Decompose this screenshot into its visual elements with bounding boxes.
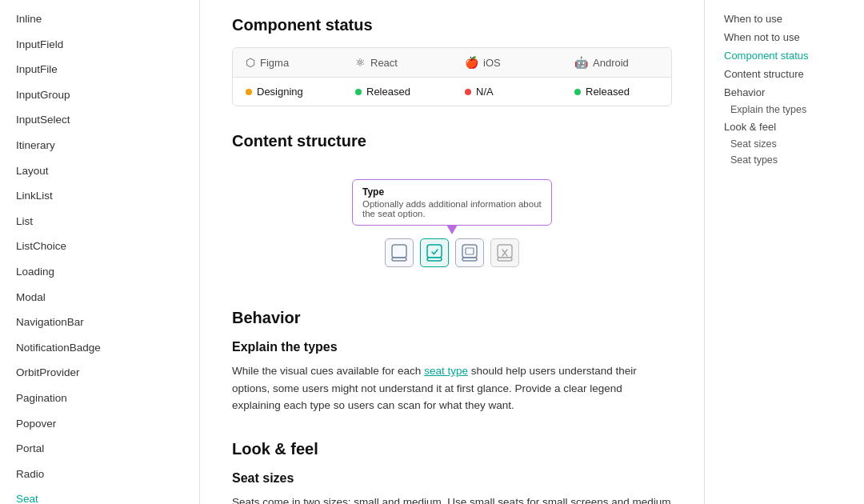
toc-item-explain-the-types[interactable]: Explain the types xyxy=(718,102,851,118)
sidebar-item-inputgroup[interactable]: InputGroup xyxy=(0,82,199,108)
content-structure-section: Content structure Type Optionally adds a… xyxy=(232,132,672,283)
sidebar-item-notificationbadge[interactable]: NotificationBadge xyxy=(0,335,199,361)
status-dot-red xyxy=(465,89,471,95)
toc-item-look-&-feel[interactable]: Look & feel xyxy=(718,118,851,136)
diagram-container: Type Optionally adds additional informat… xyxy=(232,163,672,283)
tooltip-box: Type Optionally adds additional informat… xyxy=(352,179,552,226)
sidebar-item-orbitprovider[interactable]: OrbitProvider xyxy=(0,360,199,386)
status-col-react: ⚛React xyxy=(342,48,452,77)
sidebar-item-radio[interactable]: Radio xyxy=(0,462,199,487)
main-content: Component status ⬡Figma⚛React🍎iOS🤖Androi… xyxy=(200,0,704,504)
svg-rect-8 xyxy=(498,258,512,261)
sidebar-item-itinerary[interactable]: Itinerary xyxy=(0,133,199,158)
explain-types-paragraph: While the visual cues available for each… xyxy=(232,362,672,414)
sidebar-item-list[interactable]: List xyxy=(0,209,199,234)
sidebar-item-layout[interactable]: Layout xyxy=(0,158,199,184)
sidebar-item-linklist[interactable]: LinkList xyxy=(0,183,199,209)
toc-item-when-not-to-use[interactable]: When not to use xyxy=(718,28,851,46)
status-cell-n/a: N/A xyxy=(452,78,562,106)
toc-item-seat-types[interactable]: Seat types xyxy=(718,152,851,168)
toc-item-component-status[interactable]: Component status xyxy=(718,46,851,65)
react-icon: ⚛ xyxy=(355,56,366,69)
status-cell-released: Released xyxy=(562,78,671,106)
status-cell-designing: Designing xyxy=(233,78,342,106)
toc-item-when-to-use[interactable]: When to use xyxy=(718,10,851,28)
sidebar-item-pagination[interactable]: Pagination xyxy=(0,386,199,411)
sidebar-item-navigationbar[interactable]: NavigationBar xyxy=(0,310,199,335)
sidebar-item-inputfile[interactable]: InputFile xyxy=(0,57,199,82)
status-dot-orange xyxy=(246,89,252,95)
component-status-title: Component status xyxy=(232,16,672,34)
behavior-title: Behavior xyxy=(232,309,672,327)
toc-item-content-structure[interactable]: Content structure xyxy=(718,65,851,83)
toc-item-seat-sizes[interactable]: Seat sizes xyxy=(718,136,851,152)
svg-rect-2 xyxy=(427,245,442,258)
svg-rect-6 xyxy=(466,248,474,254)
svg-rect-7 xyxy=(498,245,512,258)
svg-rect-4 xyxy=(462,245,477,258)
seat-normal xyxy=(385,238,414,267)
seat-type-link[interactable]: seat type xyxy=(424,365,468,377)
left-sidebar: InlineInputFieldInputFileInputGroupInput… xyxy=(0,0,200,504)
ios-icon: 🍎 xyxy=(465,56,478,69)
sidebar-item-listchoice[interactable]: ListChoice xyxy=(0,234,199,259)
svg-rect-3 xyxy=(427,258,442,261)
tooltip-arrow xyxy=(446,225,458,234)
content-structure-title: Content structure xyxy=(232,132,672,150)
sidebar-item-loading[interactable]: Loading xyxy=(0,259,199,285)
seat-selected xyxy=(420,238,449,267)
look-feel-title: Look & feel xyxy=(232,440,672,458)
look-feel-section: Look & feel Seat sizes Seats come in two… xyxy=(232,440,672,504)
sidebar-item-portal[interactable]: Portal xyxy=(0,436,199,462)
behavior-section: Behavior Explain the types While the vis… xyxy=(232,309,672,414)
status-col-android: 🤖Android xyxy=(562,48,671,77)
status-dot-green xyxy=(574,89,581,95)
sidebar-item-popover[interactable]: Popover xyxy=(0,411,199,437)
status-col-figma: ⬡Figma xyxy=(233,48,342,77)
status-table: ⬡Figma⚛React🍎iOS🤖Android DesigningReleas… xyxy=(232,47,672,106)
seat-unavailable xyxy=(490,238,519,267)
svg-rect-0 xyxy=(392,245,406,258)
svg-rect-1 xyxy=(392,258,406,261)
sidebar-item-inputselect[interactable]: InputSelect xyxy=(0,107,199,133)
seat-icons-row xyxy=(352,238,552,267)
seat-sizes-subtitle: Seat sizes xyxy=(232,471,672,486)
sidebar-item-seat[interactable]: Seat xyxy=(0,486,199,504)
status-cell-released: Released xyxy=(342,78,452,106)
toc-item-behavior[interactable]: Behavior xyxy=(718,83,851,102)
android-icon: 🤖 xyxy=(574,56,588,69)
tooltip-type-label: Type xyxy=(362,186,542,198)
status-col-ios: 🍎iOS xyxy=(452,48,562,77)
figma-icon: ⬡ xyxy=(246,56,255,69)
explain-types-subtitle: Explain the types xyxy=(232,340,672,354)
tooltip-type-desc: Optionally adds additional information a… xyxy=(362,199,542,218)
status-dot-green xyxy=(355,89,362,95)
sidebar-item-inline[interactable]: Inline xyxy=(0,6,199,32)
seat-sizes-paragraph: Seats come in two sizes: small and mediu… xyxy=(232,494,672,504)
sidebar-item-modal[interactable]: Modal xyxy=(0,285,199,310)
right-sidebar: When to useWhen not to useComponent stat… xyxy=(704,0,864,504)
status-table-header: ⬡Figma⚛React🍎iOS🤖Android xyxy=(233,48,671,78)
seat-restricted xyxy=(455,238,484,267)
component-status-section: Component status ⬡Figma⚛React🍎iOS🤖Androi… xyxy=(232,16,672,106)
sidebar-item-inputfield[interactable]: InputField xyxy=(0,32,199,58)
svg-rect-5 xyxy=(462,258,477,261)
status-table-body: DesigningReleasedN/AReleased xyxy=(233,78,671,106)
diagram-inner: Type Optionally adds additional informat… xyxy=(352,179,552,267)
